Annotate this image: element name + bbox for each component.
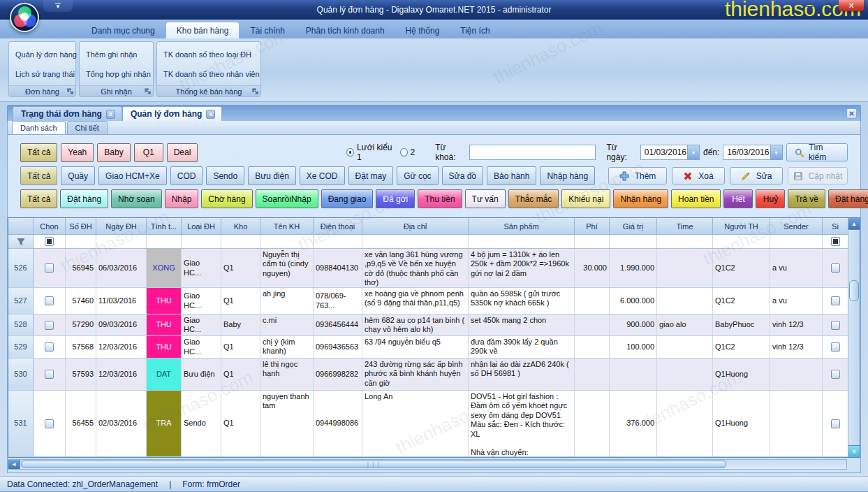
group-filter-button[interactable]: Deal: [167, 143, 198, 162]
filter-cell-chon[interactable]: [34, 235, 66, 248]
status-filter-button[interactable]: Trả về: [788, 189, 825, 208]
status-filter-button[interactable]: Huỷ: [756, 189, 785, 208]
scroll-down-button[interactable]: ▼: [848, 445, 860, 457]
type-filter-button[interactable]: Bảo hành: [487, 166, 536, 185]
ribbon-tab-kho-ban-hang[interactable]: Kho bán hàng: [165, 22, 240, 38]
ribbon-tab-tai-chinh[interactable]: Tài chính: [240, 22, 295, 38]
status-filter-button[interactable]: Đặt hàng lại: [828, 189, 868, 208]
column-header-dia-chi[interactable]: Địa chỉ: [362, 218, 469, 235]
close-icon[interactable]: x: [206, 110, 215, 119]
status-filter-button[interactable]: SoạnrồiNhập: [256, 189, 318, 208]
update-button[interactable]: Cập nhật: [788, 167, 848, 184]
row-checkbox[interactable]: [45, 419, 54, 428]
row-si-checkbox[interactable]: [831, 370, 840, 379]
ribbon-item-tk-loai-dh[interactable]: TK doanh số theo loại ĐH: [163, 49, 255, 60]
table-row[interactable]: 528 57290 09/03/2016 THU Giao HC... Baby…: [8, 314, 848, 336]
maximize-button[interactable]: ▢: [820, 0, 837, 11]
table-row[interactable]: 530 57593 12/03/2016 DAT Bưu điện Q1 lê …: [8, 359, 848, 391]
status-filter-button[interactable]: Nhập: [165, 189, 199, 208]
row-si-checkbox[interactable]: [831, 419, 840, 428]
column-header-gia-tri[interactable]: Giá trị: [610, 218, 657, 235]
column-header-ten-kh[interactable]: Tên KH: [260, 218, 314, 235]
group-filter-button[interactable]: Tất cả: [20, 143, 57, 162]
column-header-so-dh[interactable]: Số ĐH: [66, 218, 96, 235]
grid-style-radio-2[interactable]: [400, 148, 408, 157]
row-checkbox[interactable]: [45, 296, 54, 305]
type-filter-button[interactable]: Đặt may: [348, 166, 394, 185]
column-header-si[interactable]: Si: [823, 218, 848, 235]
ribbon-item-quan-ly-don-hang[interactable]: Quản lý đơn hàng: [15, 49, 70, 60]
status-filter-button[interactable]: Đặt hàng: [60, 189, 108, 208]
filter-cell[interactable]: [610, 235, 657, 248]
filter-cell[interactable]: [657, 235, 713, 248]
type-filter-button[interactable]: COD: [170, 166, 203, 185]
status-filter-button[interactable]: Thu tiền: [418, 189, 462, 208]
status-filter-button[interactable]: Thắc mắc: [508, 189, 559, 208]
row-si-checkbox[interactable]: [831, 342, 840, 352]
status-filter-button[interactable]: Đang giao: [321, 189, 374, 208]
type-filter-button[interactable]: Nhập hàng: [540, 166, 595, 185]
filter-cell[interactable]: [314, 235, 362, 248]
row-checkbox[interactable]: [45, 263, 54, 273]
table-row[interactable]: 526 56945 06/03/2016 XONG Giao HC... Q1 …: [8, 249, 848, 288]
status-filter-button[interactable]: Hết: [723, 189, 753, 208]
chevron-down-icon[interactable]: ▼: [687, 145, 699, 159]
select-all-si-checkbox[interactable]: [831, 237, 840, 246]
dialog-launcher-icon[interactable]: [66, 87, 74, 95]
doc-tab-trang-thai-don-hang[interactable]: Trạng thái đơn hàng x: [13, 106, 122, 121]
filter-cell[interactable]: [147, 235, 182, 248]
filter-cell[interactable]: [221, 235, 260, 248]
filter-cell[interactable]: [260, 235, 314, 248]
date-from-select[interactable]: 01/03/2016 ▼: [640, 145, 700, 160]
type-filter-button[interactable]: Bưu điện: [248, 166, 296, 185]
type-filter-button[interactable]: Sửa đồ: [442, 166, 483, 185]
column-header-time[interactable]: Time: [657, 218, 713, 235]
filter-cell-si[interactable]: [823, 235, 848, 248]
grid-style-radio-1[interactable]: [346, 148, 354, 157]
column-header-nguoi-th[interactable]: Người TH: [713, 218, 770, 235]
status-filter-button[interactable]: Nhận hàng: [613, 189, 668, 208]
column-header-dien-thoai[interactable]: Điện thoại: [314, 218, 362, 235]
vertical-scrollbar[interactable]: ▲ ▼: [848, 218, 860, 457]
type-filter-button[interactable]: Xe COD: [300, 166, 345, 185]
chevron-down-icon[interactable]: ▼: [770, 145, 782, 159]
horizontal-scroll-thumb[interactable]: ❘❘❘: [21, 461, 726, 468]
horizontal-scrollbar[interactable]: ◄ ❘❘❘: [8, 459, 847, 470]
column-header-kho[interactable]: Kho: [221, 218, 260, 235]
filter-cell[interactable]: [182, 235, 221, 248]
doc-tab-quan-ly-don-hang[interactable]: Quản lý đơn hàng x: [122, 106, 223, 121]
filter-cell[interactable]: [575, 235, 610, 248]
row-si-checkbox[interactable]: [831, 321, 840, 330]
column-header-tinh-trang[interactable]: Tình t...: [147, 218, 182, 235]
quick-access-dropdown[interactable]: ▼: [43, 0, 73, 12]
row-si-checkbox[interactable]: [831, 263, 840, 273]
table-row[interactable]: 531 56455 02/03/2016 TRA Sendo Q1 nguyen…: [8, 391, 848, 457]
type-filter-button[interactable]: Quầy: [61, 166, 95, 185]
table-row[interactable]: 527 57460 11/03/2016 THU Giao HC... Q1 a…: [8, 288, 848, 314]
filter-cell[interactable]: [96, 235, 147, 248]
status-filter-button[interactable]: Hoàn tiền: [671, 189, 721, 208]
view-tab-chi-tiet[interactable]: Chi tiết: [67, 121, 108, 134]
ribbon-tab-tien-ich[interactable]: Tiện ích: [450, 22, 500, 38]
scroll-up-button[interactable]: ▲: [848, 218, 860, 230]
column-header-ngay-dh[interactable]: Ngày ĐH: [96, 218, 147, 235]
date-to-select[interactable]: 16/03/2016 ▼: [723, 145, 782, 160]
add-button[interactable]: Thêm: [608, 167, 667, 184]
table-row[interactable]: 529 57568 12/03/2016 THU Giao HC... Q1 c…: [8, 336, 848, 359]
row-checkbox[interactable]: [45, 321, 54, 330]
ribbon-item-tong-hop-ghi-nhan[interactable]: Tổng hợp ghi nhận: [85, 68, 147, 80]
dialog-launcher-icon[interactable]: [144, 87, 152, 95]
app-logo[interactable]: [10, 3, 39, 32]
ribbon-tab-danh-muc-chung[interactable]: Danh mục chung: [81, 22, 165, 38]
status-filter-button[interactable]: Tất cả: [20, 189, 57, 208]
minimize-button[interactable]: —: [801, 0, 818, 11]
row-checkbox[interactable]: [45, 342, 54, 352]
filter-cell[interactable]: [469, 235, 575, 248]
column-header-sender[interactable]: Sender: [770, 218, 823, 235]
ribbon-tab-phan-tich[interactable]: Phân tích kinh doanh: [295, 22, 395, 38]
status-filter-button[interactable]: Tư vấn: [465, 189, 506, 208]
row-checkbox[interactable]: [45, 370, 54, 379]
delete-button[interactable]: Xoá: [672, 167, 725, 184]
filter-cell[interactable]: [713, 235, 770, 248]
dialog-launcher-icon[interactable]: [251, 87, 259, 95]
